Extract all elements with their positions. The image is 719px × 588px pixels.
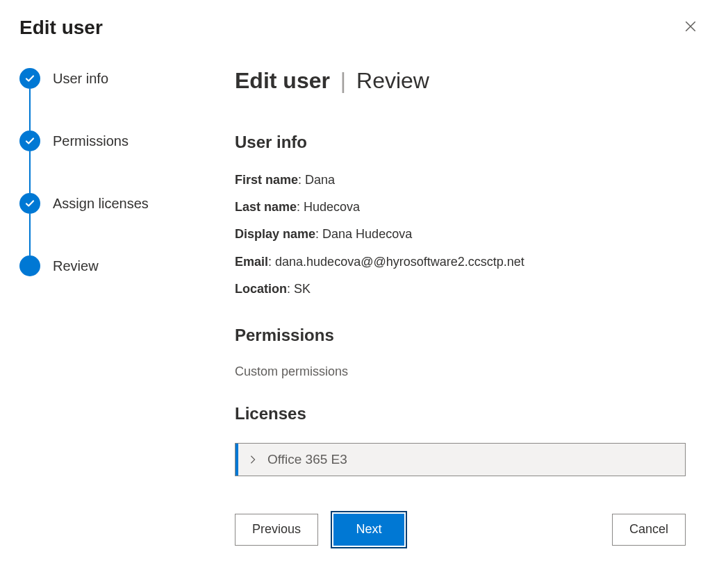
- dialog-header: Edit user: [0, 0, 719, 47]
- step-label: User info: [53, 71, 108, 87]
- user-info-display-name: Display name: Dana Hudecova: [235, 226, 686, 243]
- page-heading: Edit user | Review: [235, 68, 686, 94]
- license-row[interactable]: Office 365 E3: [235, 443, 686, 476]
- dialog-title: Edit user: [19, 17, 103, 39]
- step-label: Assign licenses: [53, 196, 149, 212]
- next-button[interactable]: Next: [333, 514, 404, 546]
- cancel-button[interactable]: Cancel: [612, 514, 686, 546]
- step-connector: [29, 151, 31, 193]
- check-icon: [24, 73, 35, 84]
- check-icon: [24, 135, 35, 146]
- user-info-email: Email: dana.hudecova@@hyrosoftware2.ccsc…: [235, 253, 686, 271]
- permissions-text: Custom permissions: [235, 364, 686, 379]
- info-label: First name: [235, 173, 298, 187]
- step-circle-completed: [19, 193, 40, 214]
- step-circle-completed: [19, 68, 40, 89]
- info-label: Location: [235, 282, 287, 296]
- info-value: Dana: [305, 173, 335, 187]
- user-info-first-name: First name: Dana: [235, 171, 686, 189]
- info-label: Last name: [235, 200, 297, 214]
- section-heading-licenses: Licenses: [235, 404, 686, 423]
- info-label: Email: [235, 255, 268, 269]
- page-heading-main: Edit user: [235, 68, 330, 93]
- close-button[interactable]: [681, 17, 700, 38]
- info-value: SK: [294, 282, 311, 296]
- step-circle-completed: [19, 131, 40, 151]
- section-heading-permissions: Permissions: [235, 326, 686, 345]
- page-heading-sep: |: [340, 68, 346, 93]
- user-info-last-name: Last name: Hudecova: [235, 199, 686, 216]
- info-value: dana.hudecova@@hyrosoftware2.ccsctp.net: [275, 255, 524, 269]
- step-connector: [29, 89, 31, 131]
- wizard-stepper: User info Permissions Assign licenses Re…: [19, 68, 207, 546]
- step-permissions[interactable]: Permissions: [19, 131, 207, 151]
- step-review[interactable]: Review: [19, 255, 207, 276]
- page-heading-sub: Review: [356, 68, 429, 93]
- step-circle-current: [19, 255, 40, 276]
- main-panel: Edit user | Review User info First name:…: [235, 68, 700, 546]
- info-value: Hudecova: [304, 200, 360, 214]
- previous-button[interactable]: Previous: [235, 514, 318, 546]
- info-label: Display name: [235, 227, 315, 241]
- step-assign-licenses[interactable]: Assign licenses: [19, 193, 207, 214]
- check-icon: [24, 198, 35, 209]
- section-heading-user-info: User info: [235, 133, 686, 152]
- user-info-location: Location: SK: [235, 280, 686, 298]
- close-icon: [684, 20, 697, 33]
- step-user-info[interactable]: User info: [19, 68, 207, 89]
- step-connector: [29, 214, 31, 255]
- wizard-footer: Previous Next Cancel: [235, 514, 686, 546]
- step-label: Review: [53, 258, 99, 274]
- info-value: Dana Hudecova: [322, 227, 412, 241]
- license-name: Office 365 E3: [267, 452, 347, 467]
- chevron-right-icon: [248, 455, 258, 464]
- step-label: Permissions: [53, 133, 129, 149]
